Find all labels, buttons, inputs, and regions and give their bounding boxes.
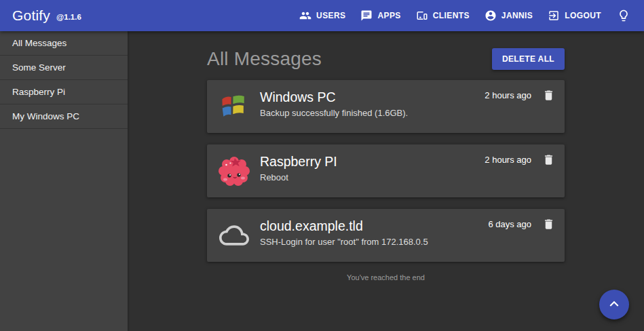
account-icon: [485, 9, 497, 22]
message-timestamp: 6 days ago: [488, 219, 531, 229]
top-nav: USERS APPS CLIENTS JANNIS LOGOUT: [292, 4, 634, 27]
apps-icon: [360, 9, 373, 22]
nav-users-label: USERS: [316, 11, 345, 20]
end-of-list-text: You've reached the end: [207, 273, 565, 281]
delete-message-button[interactable]: [542, 89, 555, 102]
sidebar-item-raspberry-pi[interactable]: Raspberry Pi: [0, 80, 128, 104]
page-header-row: All Messages DELETE ALL: [207, 49, 565, 69]
users-icon: [299, 9, 311, 22]
message-meta: 6 days ago: [488, 209, 555, 231]
message-title: cloud.example.tld: [260, 218, 488, 234]
message-title: Raspberry PI: [260, 153, 485, 170]
message-title: Windows PC: [260, 89, 485, 105]
message-meta: 2 hours ago: [485, 144, 555, 166]
nav-logout-button[interactable]: LOGOUT: [540, 4, 609, 27]
main-area: All Messages DELETE ALL Windows PC Backu…: [128, 31, 644, 331]
delete-message-button[interactable]: [542, 218, 555, 231]
nav-apps-button[interactable]: APPS: [353, 4, 408, 27]
appbar: Gotify @1.1.6 USERS APPS CLIENTS JANNIS …: [0, 0, 644, 31]
message-body: Reboot: [260, 172, 485, 182]
message-body: Backup successfully finished (1.6GB).: [260, 108, 485, 118]
message-text: Windows PC Backup successfully finished …: [260, 80, 485, 118]
nav-clients-button[interactable]: CLIENTS: [409, 4, 477, 27]
version-label: @1.1.6: [56, 13, 81, 21]
nav-apps-label: APPS: [377, 11, 400, 20]
nav-clients-label: CLIENTS: [433, 11, 470, 20]
theme-toggle-button[interactable]: [613, 5, 634, 26]
message-card-windows-pc: Windows PC Backup successfully finished …: [207, 80, 565, 133]
nav-logout-label: LOGOUT: [565, 11, 601, 20]
message-text: cloud.example.tld SSH-Login for user "ro…: [260, 209, 488, 247]
message-card-raspberry-pi: Raspberry PI Reboot 2 hours ago: [207, 144, 565, 197]
raspberry-logo-icon: [218, 155, 250, 187]
page-title: All Messages: [207, 48, 322, 70]
message-card-cloud: cloud.example.tld SSH-Login for user "ro…: [207, 209, 565, 262]
message-body: SSH-Login for user "root" from 172.168.0…: [260, 237, 488, 247]
lightbulb-icon: [617, 9, 630, 22]
message-timestamp: 2 hours ago: [485, 90, 531, 100]
chevron-up-icon: [605, 295, 623, 315]
brand-title: Gotify: [12, 7, 50, 24]
message-timestamp: 2 hours ago: [485, 155, 531, 165]
scroll-to-top-button[interactable]: [599, 290, 629, 319]
nav-user-menu-button[interactable]: JANNIS: [477, 4, 540, 27]
delete-message-button[interactable]: [542, 153, 555, 166]
sidebar: All Messages Some Server Raspberry Pi My…: [0, 31, 128, 331]
nav-users-button[interactable]: USERS: [292, 4, 353, 27]
logout-icon: [548, 9, 560, 22]
message-text: Raspberry PI Reboot: [260, 144, 485, 182]
clients-icon: [416, 9, 428, 22]
windows-logo-icon: [218, 90, 250, 123]
delete-message-icon: [542, 153, 555, 166]
sidebar-item-my-windows-pc[interactable]: My Windows PC: [0, 104, 128, 129]
delete-message-icon: [542, 218, 555, 231]
nav-user-label: JANNIS: [501, 11, 533, 20]
sidebar-item-all-messages[interactable]: All Messages: [0, 31, 128, 56]
sidebar-item-some-server[interactable]: Some Server: [0, 56, 128, 80]
cloud-icon: [218, 219, 250, 252]
delete-message-icon: [542, 89, 555, 102]
delete-all-button[interactable]: DELETE ALL: [492, 48, 565, 70]
message-meta: 2 hours ago: [485, 80, 555, 102]
